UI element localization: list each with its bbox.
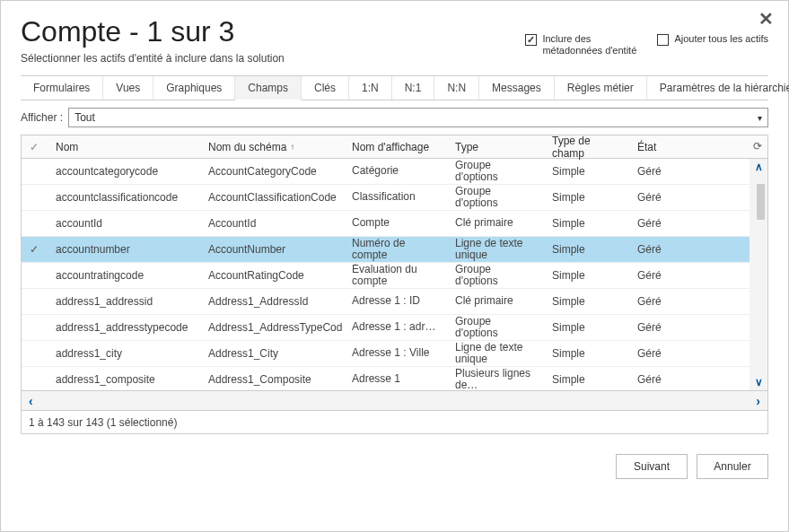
page-title: Compte - 1 sur 3	[21, 15, 525, 48]
cell-name: accountnumber	[47, 243, 199, 256]
cell-fieldtype: Simple	[543, 321, 628, 334]
tab-formulaires[interactable]: Formulaires	[21, 76, 103, 100]
checkbox-icon	[657, 34, 669, 46]
cell-state: Géré	[628, 191, 750, 204]
table-row[interactable]: address1_cityAddress1_CityAdresse 1 : Vi…	[22, 341, 750, 367]
tab-messages[interactable]: Messages	[479, 76, 555, 100]
cell-name: address1_addressid	[47, 295, 199, 308]
scroll-down-icon[interactable]: ∨	[755, 374, 763, 390]
filter-label: Afficher :	[21, 111, 63, 124]
tabs: FormulairesVuesGraphiquesChampsClés1:NN:…	[21, 75, 768, 100]
scroll-right-icon[interactable]: ›	[752, 394, 764, 408]
cell-display: Classification	[343, 191, 446, 203]
cell-type: Ligne de texte unique	[446, 342, 543, 365]
add-all-assets-checkbox[interactable]: Ajouter tous les actifs	[657, 33, 768, 46]
table-row[interactable]: accountratingcodeAccountRatingCodeÉvalua…	[22, 263, 750, 289]
column-display[interactable]: Nom d'affichage	[343, 141, 446, 153]
tab-1-n[interactable]: 1:N	[349, 76, 392, 100]
cell-name: address1_city	[47, 347, 199, 360]
tab-param-tres-de-la-hi-rarchie[interactable]: Paramètres de la hiérarchie	[647, 76, 789, 100]
cell-state: Géré	[628, 217, 750, 230]
table-row[interactable]: accountIdAccountIdCompteClé primaireSimp…	[22, 211, 750, 237]
checkbox-icon	[525, 34, 537, 46]
filter-select[interactable]: Tout ▾	[68, 108, 768, 127]
tab-n-n[interactable]: N:N	[434, 76, 479, 100]
table-row[interactable]: ✓accountnumberAccountNumberNuméro de com…	[22, 237, 750, 263]
cell-fieldtype: Simple	[543, 165, 628, 178]
cell-type: Groupe d'options	[446, 316, 543, 339]
tab-n-1[interactable]: N:1	[392, 76, 435, 100]
cell-type: Groupe d'options	[446, 264, 543, 287]
cell-display: Adresse 1 : adr…	[343, 321, 446, 333]
page-subtitle: Sélectionner les actifs d'entité à inclu…	[21, 52, 525, 65]
filter-value: Tout	[75, 111, 95, 124]
status-bar: 1 à 143 sur 143 (1 sélectionné)	[21, 411, 768, 434]
cell-type: Clé primaire	[446, 217, 543, 229]
cell-type: Clé primaire	[446, 295, 543, 307]
cell-fieldtype: Simple	[543, 269, 628, 282]
cell-state: Géré	[628, 347, 750, 360]
include-metadata-checkbox[interactable]: Inclure des métadonnées d'entité	[525, 33, 641, 57]
table-row[interactable]: accountclassificationcodeAccountClassifi…	[22, 185, 750, 211]
cell-fieldtype: Simple	[543, 217, 628, 230]
cell-schema: Address1_Composite	[199, 373, 343, 386]
select-all-checkbox[interactable]: ✓	[22, 141, 47, 153]
cell-name: accountratingcode	[47, 269, 199, 282]
chevron-down-icon: ▾	[758, 113, 762, 123]
cell-state: Géré	[628, 295, 750, 308]
tab-r-gles-m-tier[interactable]: Règles métier	[555, 76, 647, 100]
table-row[interactable]: accountcategorycodeAccountCategoryCodeCa…	[22, 159, 750, 185]
header: Compte - 1 sur 3 Sélectionner les actifs…	[21, 12, 768, 70]
scroll-thumb[interactable]	[757, 184, 765, 220]
tab-vues[interactable]: Vues	[103, 76, 153, 100]
scroll-left-icon[interactable]: ‹	[25, 394, 37, 408]
scroll-track[interactable]	[37, 397, 753, 406]
data-grid: ✓ Nom Nom du schéma ↑ Nom d'affichage Ty…	[21, 135, 768, 411]
tab-cl-s[interactable]: Clés	[302, 76, 349, 100]
cell-fieldtype: Simple	[543, 347, 628, 360]
cell-state: Géré	[628, 373, 750, 386]
column-schema[interactable]: Nom du schéma ↑	[199, 141, 343, 153]
checkbox-label: Ajouter tous les actifs	[674, 33, 768, 45]
horizontal-scrollbar[interactable]: ‹ ›	[22, 390, 767, 410]
cell-name: accountId	[47, 217, 199, 230]
column-fieldtype[interactable]: Type de champ	[543, 135, 628, 160]
cell-fieldtype: Simple	[543, 373, 628, 386]
cell-display: Adresse 1 : Ville	[343, 347, 446, 359]
cell-schema: AccountNumber	[199, 243, 343, 256]
cell-fieldtype: Simple	[543, 295, 628, 308]
cancel-button[interactable]: Annuler	[697, 454, 768, 479]
cell-display: Numéro de compte	[343, 238, 446, 261]
filter-row: Afficher : Tout ▾	[21, 108, 768, 127]
cell-type: Plusieurs lignes de…	[446, 368, 543, 390]
cell-name: accountcategorycode	[47, 165, 199, 178]
grid-header: ✓ Nom Nom du schéma ↑ Nom d'affichage Ty…	[22, 135, 767, 159]
column-label: Nom du schéma	[208, 141, 286, 153]
scroll-up-icon[interactable]: ∧	[755, 159, 763, 175]
table-row[interactable]: address1_addressidAddress1_AddressIdAdre…	[22, 289, 750, 315]
tab-graphiques[interactable]: Graphiques	[153, 76, 235, 100]
cell-schema: AccountCategoryCode	[199, 165, 343, 178]
cell-name: address1_addresstypecode	[47, 321, 199, 334]
column-name[interactable]: Nom	[47, 141, 199, 153]
cell-state: Géré	[628, 243, 750, 256]
column-state[interactable]: État	[628, 141, 750, 153]
cell-schema: Address1_AddressId	[199, 295, 343, 308]
cell-state: Géré	[628, 269, 750, 282]
cell-display: Adresse 1 : ID	[343, 295, 446, 307]
table-row[interactable]: address1_addresstypecodeAddress1_Address…	[22, 315, 750, 341]
cell-display: Adresse 1	[343, 373, 446, 385]
close-icon[interactable]: ✕	[758, 8, 774, 30]
cell-type: Ligne de texte unique	[446, 238, 543, 261]
cell-fieldtype: Simple	[543, 191, 628, 204]
row-check-icon[interactable]: ✓	[22, 243, 47, 256]
cell-schema: Address1_AddressTypeCode	[199, 321, 343, 334]
footer: Suivant Annuler	[21, 454, 768, 479]
tab-champs[interactable]: Champs	[235, 76, 302, 100]
vertical-scrollbar[interactable]: ∧ ∨	[750, 159, 767, 390]
table-row[interactable]: address1_compositeAddress1_CompositeAdre…	[22, 367, 750, 390]
refresh-icon[interactable]: ⟳	[753, 140, 762, 153]
next-button[interactable]: Suivant	[616, 454, 688, 479]
column-type[interactable]: Type	[446, 141, 543, 153]
cell-display: Évaluation du compte	[343, 264, 446, 287]
